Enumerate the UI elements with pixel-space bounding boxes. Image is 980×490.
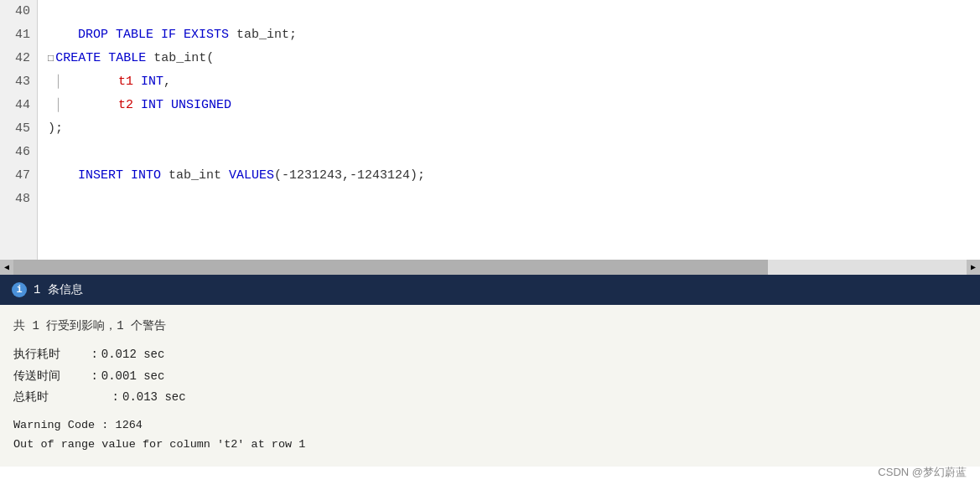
- code-indent: [48, 23, 78, 47]
- warning-code-value: 1264: [116, 419, 143, 431]
- code-line-44: │ t2 INT UNSIGNED: [48, 94, 980, 117]
- code-line-42: □ CREATE TABLE tab_int(: [48, 47, 980, 70]
- stat-value-exec: 0.012 sec: [101, 345, 165, 365]
- line-num-47: 47: [0, 164, 37, 188]
- scroll-right-button[interactable]: ▶: [967, 260, 980, 275]
- summary-line: 共 1 行受到影响，1 个警告: [13, 317, 967, 337]
- stat-value-transfer: 0.001 sec: [101, 367, 165, 387]
- code-indent2: [65, 70, 118, 94]
- kw-insert: INSERT INTO: [78, 164, 161, 188]
- code-line-46: [48, 141, 980, 164]
- warning-msg-line: Out of range value for column 't2' at ro…: [13, 436, 967, 455]
- stat-row-transfer: 传送时间 : 0.001 sec: [13, 367, 967, 387]
- stat-row-exec: 执行耗时 : 0.012 sec: [13, 345, 967, 365]
- stat-value-total: 0.013 sec: [122, 388, 186, 408]
- line-num-48: 48: [0, 188, 37, 211]
- kw-int-unsigned: INT UNSIGNED: [141, 94, 231, 117]
- info-panel: i 1 条信息 共 1 行受到影响，1 个警告 执行耗时 : 0.012 sec…: [0, 275, 980, 467]
- kw-values: VALUES: [229, 164, 274, 188]
- fold-icon[interactable]: □: [48, 47, 54, 70]
- code-tabint2: tab_int(: [146, 47, 214, 70]
- code-line-40: [48, 0, 980, 23]
- code-comma: ,: [163, 70, 171, 94]
- stat-colon2: :: [84, 367, 98, 387]
- line-numbers: 40 41 42 43 44 45 46 47 48: [0, 0, 38, 260]
- stat-colon3: :: [84, 388, 119, 408]
- code-lines: DROP TABLE IF EXISTS tab_int; □ CREATE T…: [38, 0, 980, 260]
- line-num-44: 44: [0, 94, 37, 117]
- code-pipe2: │: [54, 94, 62, 117]
- line-num-42: 42: [0, 47, 37, 70]
- code-line-48: [48, 188, 980, 211]
- line-num-46: 46: [0, 141, 37, 164]
- code-space2: [133, 94, 141, 117]
- stat-colon1: :: [84, 345, 98, 365]
- line-num-43: 43: [0, 70, 37, 94]
- kw-table: TABLE: [101, 47, 146, 70]
- code-space: [133, 70, 141, 94]
- kw-t2: t2: [118, 94, 133, 117]
- line-num-40: 40: [0, 0, 37, 23]
- warning-code-line: Warning Code : 1264: [13, 416, 967, 436]
- code-line-43: │ t1 INT ,: [48, 70, 980, 94]
- warning-section: Warning Code : 1264 Out of range value f…: [13, 416, 967, 455]
- horizontal-scrollbar[interactable]: ◀ ▶: [0, 260, 980, 275]
- warning-code-label: Warning Code :: [13, 419, 116, 431]
- info-header-title: 1 条信息: [34, 282, 83, 297]
- code-line-41: DROP TABLE IF EXISTS tab_int;: [48, 23, 980, 47]
- stat-label-total: 总耗时: [13, 388, 80, 408]
- code-tabint1: tab_int;: [229, 23, 297, 47]
- code-line-45: );: [48, 117, 980, 141]
- editor-area: 40 41 42 43 44 45 46 47 48 DROP TABLE IF…: [0, 0, 980, 260]
- stat-row-total: 总耗时 : 0.013 sec: [13, 388, 967, 408]
- scroll-left-button[interactable]: ◀: [0, 260, 13, 275]
- kw-int1: INT: [141, 70, 163, 94]
- line-num-41: 41: [0, 23, 37, 47]
- info-content: 共 1 行受到影响，1 个警告 执行耗时 : 0.012 sec 传送时间 : …: [0, 305, 980, 467]
- code-close-paren: );: [48, 117, 63, 141]
- stat-label-transfer: 传送时间: [13, 367, 80, 387]
- code-indent4: [48, 164, 78, 188]
- kw-t1: t1: [118, 70, 133, 94]
- code-pipe: │: [54, 70, 62, 94]
- code-values: (-1231243,-1243124);: [274, 164, 425, 188]
- code-line-47: INSERT INTO tab_int VALUES (-1231243,-12…: [48, 164, 980, 188]
- info-header: i 1 条信息: [0, 275, 980, 305]
- stat-label-exec: 执行耗时: [13, 345, 80, 365]
- kw-drop: DROP TABLE IF EXISTS: [78, 23, 229, 47]
- info-icon: i: [12, 282, 27, 297]
- scrollbar-thumb[interactable]: [13, 260, 768, 275]
- code-tabint3: tab_int: [161, 164, 229, 188]
- code-indent3: [65, 94, 118, 117]
- line-num-45: 45: [0, 117, 37, 141]
- watermark: CSDN @梦幻蔚蓝: [878, 465, 967, 480]
- kw-create: CREATE: [55, 47, 101, 70]
